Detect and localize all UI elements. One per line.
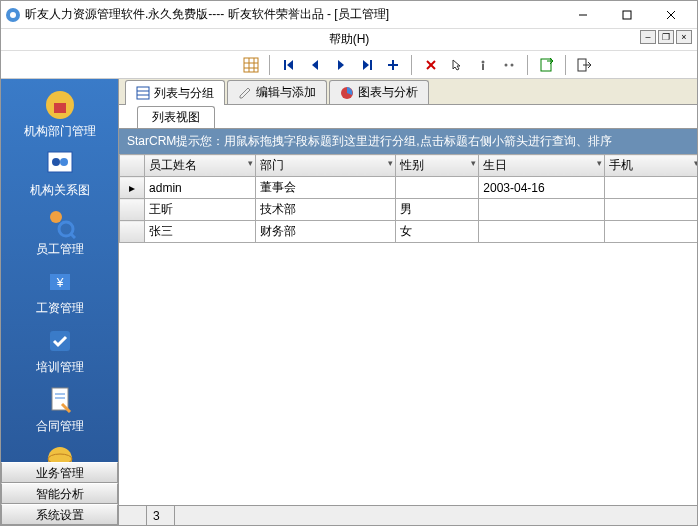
row-header-corner (120, 155, 145, 177)
table-row[interactable]: 王昕技术部男13710637136 (120, 199, 698, 221)
add-record-button[interactable] (381, 54, 405, 76)
sidebar: 机构部门管理 机构关系图 员工管理 ¥ 工资管理 培训管理 合同管理 (1, 79, 119, 525)
filter-icon[interactable]: ▾ (597, 158, 602, 168)
delete-button[interactable] (419, 54, 443, 76)
table-row[interactable]: 张三财务部女123456 (120, 221, 698, 243)
sidebar-item-label: 培训管理 (36, 360, 84, 374)
sidebar-item-org-chart[interactable]: 机构关系图 (1, 144, 118, 203)
export-button[interactable] (535, 54, 559, 76)
svg-point-28 (50, 211, 62, 223)
close-button[interactable] (649, 1, 693, 29)
sidebar-item-contract[interactable]: 合同管理 (1, 380, 118, 439)
grid-status-bar: 3 (119, 505, 697, 525)
main-tabs: 列表与分组 编辑与添加 图表与分析 (119, 79, 697, 105)
toolbar (1, 51, 697, 79)
tab-label: 编辑与添加 (256, 84, 316, 101)
sub-tabs: 列表视图 (119, 105, 697, 129)
sidebar-tab-analysis[interactable]: 智能分析 (1, 483, 118, 504)
svg-rect-39 (137, 87, 149, 99)
svg-rect-24 (54, 103, 66, 113)
svg-text:¥: ¥ (55, 276, 63, 290)
tab-edit-add[interactable]: 编辑与添加 (227, 80, 327, 104)
col-mobile[interactable]: 手机▾ (604, 155, 697, 177)
record-count: 3 (147, 506, 175, 525)
titlebar: 昕友人力资源管理软件.永久免费版---- 昕友软件荣誉出品 - [员工管理] (1, 1, 697, 29)
row-indicator: ▸ (120, 177, 145, 199)
svg-point-17 (482, 60, 485, 63)
action1-button[interactable] (471, 54, 495, 76)
action2-button[interactable] (497, 54, 521, 76)
sidebar-item-label: 工资管理 (36, 301, 84, 315)
content-area: 列表与分组 编辑与添加 图表与分析 列表视图 StarCRM提示您：用鼠标拖拽字… (119, 79, 697, 525)
sidebar-tab-business[interactable]: 业务管理 (1, 462, 118, 483)
sidebar-item-salary[interactable]: ¥ 工资管理 (1, 262, 118, 321)
sidebar-item-employee[interactable]: 员工管理 (1, 203, 118, 262)
sidebar-item-label: 员工管理 (36, 242, 84, 256)
tab-chart-analysis[interactable]: 图表与分析 (329, 80, 429, 104)
svg-rect-18 (482, 64, 484, 70)
svg-point-1 (10, 12, 16, 18)
menubar: 帮助(H) – ❐ × (1, 29, 697, 51)
filter-icon[interactable]: ▾ (388, 158, 393, 168)
sidebar-item-label: 合同管理 (36, 419, 84, 433)
sidebar-tab-settings[interactable]: 系统设置 (1, 504, 118, 525)
svg-point-19 (505, 63, 508, 66)
svg-point-27 (60, 158, 68, 166)
org-chart-icon (44, 148, 76, 180)
tab-label: 图表与分析 (358, 84, 418, 101)
svg-point-20 (511, 63, 514, 66)
app-icon (5, 7, 21, 23)
window-title: 昕友人力资源管理软件.永久免费版---- 昕友软件荣誉出品 - [员工管理] (25, 6, 561, 23)
mdi-restore-button[interactable]: ❐ (658, 30, 674, 44)
col-birthday[interactable]: 生日▾ (479, 155, 604, 177)
filter-icon[interactable]: ▾ (471, 158, 476, 168)
first-record-button[interactable] (277, 54, 301, 76)
grid-view-button[interactable] (239, 54, 263, 76)
filter-icon[interactable]: ▾ (248, 158, 253, 168)
leave-icon (44, 443, 76, 462)
sidebar-item-label: 机构关系图 (30, 183, 90, 197)
contract-icon (44, 384, 76, 416)
minimize-button[interactable] (561, 1, 605, 29)
last-record-button[interactable] (355, 54, 379, 76)
svg-line-30 (71, 234, 75, 238)
prev-record-button[interactable] (303, 54, 327, 76)
col-dept[interactable]: 部门▾ (256, 155, 395, 177)
edit-icon (238, 86, 252, 100)
sidebar-item-label: 机构部门管理 (24, 124, 96, 138)
hint-bar: StarCRM提示您：用鼠标拖拽字段标题到这里进行分组,点击标题右侧小箭头进行查… (119, 129, 697, 154)
tab-label: 列表与分组 (154, 85, 214, 102)
org-dept-icon (44, 89, 76, 121)
chart-icon (340, 86, 354, 100)
svg-point-26 (52, 158, 60, 166)
col-gender[interactable]: 性别▾ (395, 155, 479, 177)
mdi-minimize-button[interactable]: – (640, 30, 656, 44)
data-grid[interactable]: 员工姓名▾ 部门▾ 性别▾ 生日▾ 手机▾ 工作电话▾ 家庭 ▸ admin董事… (119, 154, 697, 505)
exit-button[interactable] (573, 54, 597, 76)
menu-help[interactable]: 帮助(H) (321, 29, 378, 50)
status-cell (119, 506, 147, 525)
table-row[interactable]: ▸ admin董事会2003-04-16020-83788353 (120, 177, 698, 199)
filter-icon[interactable]: ▾ (694, 158, 697, 168)
pointer-button[interactable] (445, 54, 469, 76)
svg-rect-3 (623, 11, 631, 19)
sidebar-item-org-dept[interactable]: 机构部门管理 (1, 85, 118, 144)
svg-point-29 (59, 222, 73, 236)
col-name[interactable]: 员工姓名▾ (145, 155, 256, 177)
subtab-list-view[interactable]: 列表视图 (137, 106, 215, 128)
tab-list-group[interactable]: 列表与分组 (125, 80, 225, 105)
training-icon (44, 325, 76, 357)
next-record-button[interactable] (329, 54, 353, 76)
sidebar-item-training[interactable]: 培训管理 (1, 321, 118, 380)
maximize-button[interactable] (605, 1, 649, 29)
mdi-close-button[interactable]: × (676, 30, 692, 44)
employee-icon (44, 207, 76, 239)
sidebar-item-leave[interactable]: 请假管理 (1, 439, 118, 462)
list-icon (136, 86, 150, 100)
salary-icon: ¥ (44, 266, 76, 298)
svg-rect-6 (244, 58, 258, 72)
